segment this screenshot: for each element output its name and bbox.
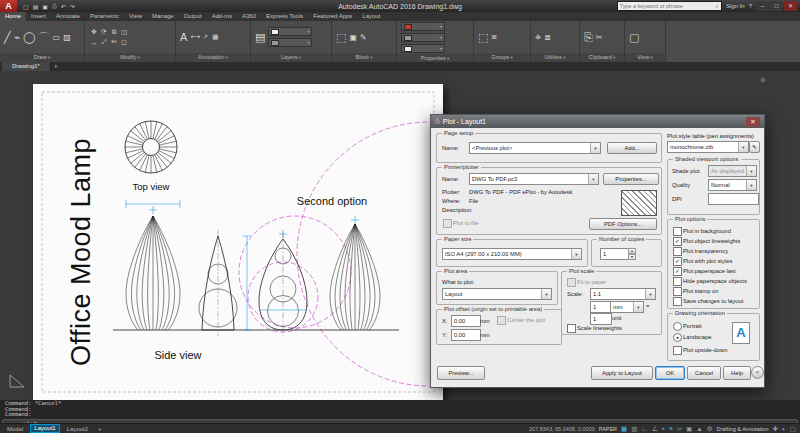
transparency-icon[interactable]: ▱ [677, 425, 682, 433]
ortho-icon[interactable]: ∟ [641, 425, 647, 432]
ribbon-tab-a360[interactable]: A360 [237, 12, 261, 21]
erase-icon[interactable]: ◻ [121, 38, 126, 46]
move-icon[interactable]: ✥ [91, 28, 96, 36]
model-tab[interactable]: Model [4, 425, 26, 433]
navigation-bar-icon[interactable]: ≣ [760, 76, 766, 84]
clean-screen-icon[interactable]: ▢ [790, 425, 796, 433]
collapse-options-button[interactable]: < [751, 366, 764, 379]
new-icon[interactable]: ▢ [23, 3, 29, 10]
ok-button[interactable]: OK [655, 366, 685, 380]
ribbon-tab-layout[interactable]: Layout [357, 12, 385, 21]
page-setup-name-dropdown[interactable]: <Previous plot> [469, 142, 601, 154]
ribbon-tab-featured-apps[interactable]: Featured Apps [308, 12, 357, 21]
landscape-radio[interactable]: ● [673, 333, 682, 342]
save-icon[interactable]: ▣ [42, 3, 48, 10]
offset-y-input[interactable]: 0.00 [451, 329, 481, 341]
text-icon[interactable]: A [180, 31, 187, 43]
annotation-scale-icon[interactable]: ▲ [696, 425, 702, 432]
what-to-plot-dropdown[interactable]: Layout [442, 288, 552, 300]
layout1-tab[interactable]: Layout1 [30, 424, 59, 433]
hatch-icon[interactable]: ▨ [63, 33, 71, 42]
mirror-icon[interactable]: ◫ [121, 28, 127, 36]
plot-stamp-on-checkbox[interactable] [673, 287, 682, 296]
add-page-setup-button[interactable]: Add... [607, 142, 657, 154]
panel-label-layers[interactable]: Layers [251, 53, 331, 62]
file-tab-drawing1[interactable]: Drawing1* [2, 62, 51, 71]
group-icon[interactable]: ⬚ [478, 31, 488, 43]
plot-object-lineweights-checkbox[interactable]: ✓ [673, 237, 682, 246]
layer-dropdown[interactable] [268, 27, 312, 36]
center-plot-checkbox[interactable] [497, 316, 506, 325]
arc-icon[interactable]: ⌒ [39, 31, 50, 43]
lineweight-dropdown[interactable] [401, 33, 445, 42]
linetype-dropdown[interactable] [401, 44, 445, 53]
plot-upside-down-checkbox[interactable] [673, 346, 682, 355]
polyline-icon[interactable]: ⌁ [14, 31, 21, 43]
ribbon-tab-addins[interactable]: Add-ins [207, 12, 237, 21]
panel-label-draw[interactable]: Draw [0, 53, 84, 62]
apply-to-layout-button[interactable]: Apply to Layout [591, 366, 653, 380]
hide-paperspace-objects-checkbox[interactable] [673, 277, 682, 286]
new-layout-button[interactable]: + [95, 425, 105, 433]
quick-select-icon[interactable]: ≣ [544, 33, 551, 42]
minimize-button[interactable]: – [756, 1, 769, 11]
leader-icon[interactable]: ↗ [203, 33, 208, 41]
trim-icon[interactable]: ✄ [111, 38, 116, 46]
printer-properties-button[interactable]: Properties... [603, 173, 659, 185]
polar-tracking-icon[interactable]: ∠ [652, 425, 658, 433]
ribbon-tab-insert[interactable]: Insert [26, 12, 51, 21]
search-input[interactable] [618, 3, 714, 9]
help-icon[interactable]: ? [749, 3, 752, 9]
cut-icon[interactable]: ✂ [596, 33, 603, 42]
scale-length-input[interactable]: 1 [590, 301, 612, 313]
osnap-icon[interactable]: ⌖ [662, 425, 666, 433]
dialog-close-icon[interactable]: ✕ [746, 117, 760, 127]
grid-icon[interactable]: ▦ [621, 425, 627, 433]
scale-dropdown[interactable]: 1:1 [590, 288, 656, 300]
portrait-radio[interactable] [673, 322, 682, 331]
table-icon[interactable]: ▦ [212, 33, 218, 41]
undo-icon[interactable]: ↶ [61, 3, 66, 10]
offset-x-input[interactable]: 0.00 [451, 315, 481, 327]
ribbon-tab-express-tools[interactable]: Express Tools [261, 12, 308, 21]
search-icon[interactable]: ⌕ [714, 3, 721, 10]
layer-properties-icon[interactable]: ▤ [255, 31, 265, 43]
maximize-button[interactable]: □ [770, 1, 783, 11]
snap-icon[interactable]: ▥ [631, 425, 637, 433]
copy-icon[interactable]: ⧉ [112, 28, 117, 36]
selection-cycling-icon[interactable]: ▣ [686, 425, 692, 433]
lineweight-icon[interactable]: ≡ [669, 425, 673, 432]
panel-label-block[interactable]: Block [332, 53, 396, 62]
panel-label-groups[interactable]: Groups [474, 53, 530, 62]
ungroup-icon[interactable]: ⧈ [491, 32, 496, 42]
ribbon-tab-home[interactable]: Home [0, 12, 26, 21]
plot-with-plot-styles-checkbox[interactable]: ✓ [673, 257, 682, 266]
panel-label-utilities[interactable]: Utilities [531, 53, 579, 62]
edit-plot-style-button[interactable]: ✎ [749, 141, 760, 153]
copies-input[interactable]: 1 [600, 248, 630, 260]
ribbon-tab-output[interactable]: Output [179, 12, 207, 21]
paper-space-indicator[interactable]: PAPER [599, 426, 617, 432]
rotate-icon[interactable]: ⟳ [101, 28, 106, 36]
object-color-dropdown[interactable] [401, 22, 445, 31]
paper-size-dropdown[interactable]: ISO A4 (297.00 x 210.00 MM) [442, 248, 582, 260]
plot-dialog-titlebar[interactable]: ⎙ Plot - Layout1 ✕ [431, 115, 764, 128]
save-changes-to-layout-checkbox[interactable] [673, 297, 682, 306]
stretch-icon[interactable]: ↔ [91, 39, 98, 46]
layout2-tab[interactable]: Layout2 [64, 425, 91, 433]
ribbon-tab-annotate[interactable]: Annotate [51, 12, 85, 21]
edit-block-icon[interactable]: ✎ [360, 33, 367, 42]
paste-icon[interactable]: ⎘ [584, 31, 593, 43]
plot-in-background-checkbox[interactable] [673, 227, 682, 236]
scale-unit-dropdown[interactable]: mm [610, 301, 644, 313]
printer-name-dropdown[interactable]: DWG To PDF.pc3 [469, 173, 599, 185]
panel-label-clipboard[interactable]: Clipboard [580, 53, 624, 62]
help-button[interactable]: Help [723, 366, 751, 380]
circle-icon[interactable]: ◯ [23, 31, 35, 43]
pdf-options-button[interactable]: PDF Options... [589, 218, 657, 230]
dimension-icon[interactable]: ⟷ [191, 33, 200, 41]
line-icon[interactable]: ╱ [4, 31, 11, 43]
ribbon-tab-parametric[interactable]: Parametric [85, 12, 124, 21]
plot-transparency-checkbox[interactable] [673, 247, 682, 256]
command-line-window[interactable]: Command: *Cancel* Command: Command: ▸ - … [0, 400, 800, 424]
